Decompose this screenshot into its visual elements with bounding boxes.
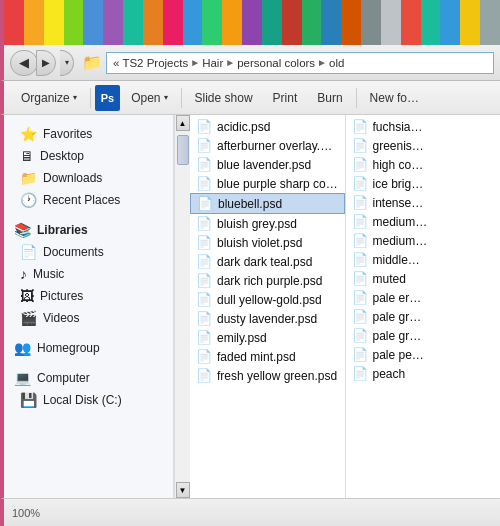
psd-icon: 📄 xyxy=(196,368,212,383)
vertical-scrollbar[interactable]: ▲ ▼ xyxy=(174,115,190,498)
toolbar: Organize ▾ Ps Open ▾ Slide show Print Bu… xyxy=(0,81,500,115)
file-name: faded mint.psd xyxy=(217,350,296,364)
scrollbar-thumb[interactable] xyxy=(177,135,189,165)
top-color-bar xyxy=(0,0,500,45)
file-name: medium… xyxy=(373,234,428,248)
file-item[interactable]: 📄pale gr… xyxy=(346,307,501,326)
file-name: pale gr… xyxy=(373,310,422,324)
breadcrumb-hair[interactable]: Hair xyxy=(202,57,223,69)
file-item[interactable]: 📄fresh yellow green.psd xyxy=(190,366,345,385)
homegroup-icon: 👥 xyxy=(14,340,31,356)
breadcrumb-sep-2: ► xyxy=(225,57,235,68)
file-item[interactable]: 📄pale er… xyxy=(346,288,501,307)
file-item[interactable]: 📄bluebell.psd xyxy=(190,193,345,214)
breadcrumb-personal[interactable]: personal colors xyxy=(237,57,315,69)
breadcrumb[interactable]: « TS2 Projects ► Hair ► personal colors … xyxy=(106,52,494,74)
file-item[interactable]: 📄ice brig… xyxy=(346,174,501,193)
recent-icon: 🕐 xyxy=(20,192,37,208)
sidebar-item-desktop[interactable]: 🖥 Desktop xyxy=(4,145,173,167)
zoom-level: 100% xyxy=(12,507,40,519)
psd-icon: 📄 xyxy=(352,347,368,362)
organize-dropdown-icon: ▾ xyxy=(73,93,77,102)
psd-icon: 📄 xyxy=(352,214,368,229)
file-name: blue purple sharp contrast.psd xyxy=(217,177,339,191)
file-item[interactable]: 📄peach xyxy=(346,364,501,383)
file-item[interactable]: 📄acidic.psd xyxy=(190,117,345,136)
psd-icon: 📄 xyxy=(197,196,213,211)
slideshow-button[interactable]: Slide show xyxy=(186,85,262,111)
sidebar-item-pictures[interactable]: 🖼 Pictures xyxy=(4,285,173,307)
sidebar-item-libraries[interactable]: 📚 Libraries xyxy=(4,219,173,241)
burn-button[interactable]: Burn xyxy=(308,85,351,111)
nav-dropdown-button[interactable]: ▾ xyxy=(60,50,74,76)
file-item[interactable]: 📄dark dark teal.psd xyxy=(190,252,345,271)
file-name: dark rich purple.psd xyxy=(217,274,322,288)
file-item[interactable]: 📄afterburner overlay.psd xyxy=(190,136,345,155)
file-item[interactable]: 📄intense… xyxy=(346,193,501,212)
file-item[interactable]: 📄medium… xyxy=(346,212,501,231)
scrollbar-down-button[interactable]: ▼ xyxy=(176,482,190,498)
file-name: bluebell.psd xyxy=(218,197,282,211)
file-name: dusty lavender.psd xyxy=(217,312,317,326)
file-item[interactable]: 📄emily.psd xyxy=(190,328,345,347)
forward-button[interactable]: ▶ xyxy=(36,50,56,76)
file-item[interactable]: 📄dark rich purple.psd xyxy=(190,271,345,290)
psd-icon: 📄 xyxy=(196,311,212,326)
print-button[interactable]: Print xyxy=(264,85,307,111)
psd-icon: 📄 xyxy=(352,195,368,210)
psd-icon: 📄 xyxy=(196,292,212,307)
photoshop-button[interactable]: Ps xyxy=(95,85,120,111)
scrollbar-track-middle xyxy=(175,131,190,482)
sidebar-item-homegroup[interactable]: 👥 Homegroup xyxy=(4,337,173,359)
file-item[interactable]: 📄pale pe… xyxy=(346,345,501,364)
file-column-left: 📄acidic.psd📄afterburner overlay.psd📄blue… xyxy=(190,115,345,498)
sidebar-item-downloads[interactable]: 📁 Downloads xyxy=(4,167,173,189)
sidebar-item-videos[interactable]: 🎬 Videos xyxy=(4,307,173,329)
file-item[interactable]: 📄medium… xyxy=(346,231,501,250)
file-name: bluish grey.psd xyxy=(217,217,297,231)
back-button[interactable]: ◀ xyxy=(10,50,38,76)
breadcrumb-sep-1: ► xyxy=(190,57,200,68)
file-item[interactable]: 📄dusty lavender.psd xyxy=(190,309,345,328)
folder-icon: 📁 xyxy=(82,53,102,72)
file-item[interactable]: 📄fuchsia… xyxy=(346,117,501,136)
sidebar-item-music[interactable]: ♪ Music xyxy=(4,263,173,285)
sidebar-item-favorites[interactable]: ⭐ Favorites xyxy=(4,123,173,145)
file-name: middle… xyxy=(373,253,420,267)
file-item[interactable]: 📄faded mint.psd xyxy=(190,347,345,366)
organize-button[interactable]: Organize ▾ xyxy=(12,85,86,111)
file-name: bluish violet.psd xyxy=(217,236,302,250)
sidebar-item-computer[interactable]: 💻 Computer xyxy=(4,367,173,389)
breadcrumb-ts2[interactable]: « TS2 Projects xyxy=(113,57,188,69)
sidebar-computer-section: 💻 Computer 💾 Local Disk (C:) xyxy=(4,367,173,411)
address-bar: ◀ ▶ ▾ 📁 « TS2 Projects ► Hair ► personal… xyxy=(0,45,500,81)
file-name: pale pe… xyxy=(373,348,424,362)
file-column-right: 📄fuchsia…📄greenis…📄high co…📄ice brig…📄in… xyxy=(346,115,501,498)
psd-icon: 📄 xyxy=(352,119,368,134)
scrollbar-up-button[interactable]: ▲ xyxy=(176,115,190,131)
file-item[interactable]: 📄high co… xyxy=(346,155,501,174)
file-item[interactable]: 📄bluish grey.psd xyxy=(190,214,345,233)
file-item[interactable]: 📄blue purple sharp contrast.psd xyxy=(190,174,345,193)
file-item[interactable]: 📄dull yellow-gold.psd xyxy=(190,290,345,309)
sidebar-item-documents[interactable]: 📄 Documents xyxy=(4,241,173,263)
breadcrumb-old[interactable]: old xyxy=(329,57,344,69)
content-area: ▲ ▼ 📄acidic.psd📄afterburner overlay.psd📄… xyxy=(174,115,500,498)
file-item[interactable]: 📄pale gr… xyxy=(346,326,501,345)
psd-icon: 📄 xyxy=(352,176,368,191)
psd-icon: 📄 xyxy=(352,366,368,381)
new-folder-button[interactable]: New fo… xyxy=(361,85,428,111)
file-item[interactable]: 📄muted xyxy=(346,269,501,288)
file-item[interactable]: 📄greenis… xyxy=(346,136,501,155)
file-name: muted xyxy=(373,272,406,286)
file-item[interactable]: 📄middle… xyxy=(346,250,501,269)
file-name: blue lavender.psd xyxy=(217,158,311,172)
file-name: emily.psd xyxy=(217,331,267,345)
sidebar-item-localdisk[interactable]: 💾 Local Disk (C:) xyxy=(4,389,173,411)
file-item[interactable]: 📄blue lavender.psd xyxy=(190,155,345,174)
file-name: greenis… xyxy=(373,139,424,153)
file-item[interactable]: 📄bluish violet.psd xyxy=(190,233,345,252)
sidebar-favorites-section: ⭐ Favorites 🖥 Desktop 📁 Downloads 🕐 Rece… xyxy=(4,123,173,211)
sidebar-item-recent[interactable]: 🕐 Recent Places xyxy=(4,189,173,211)
open-button[interactable]: Open ▾ xyxy=(122,85,176,111)
